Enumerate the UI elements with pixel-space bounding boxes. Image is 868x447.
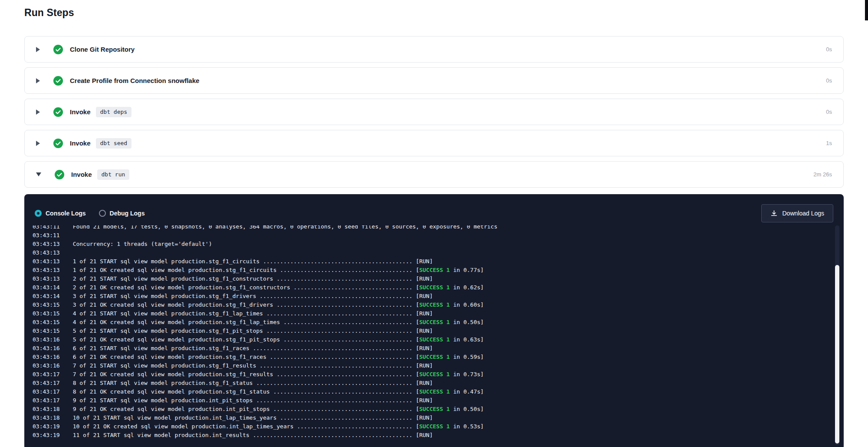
log-line: 03:43:166 of 21 OK created sql view mode… — [33, 353, 844, 361]
step-duration: 1s — [826, 140, 832, 146]
chevron-right-icon[interactable] — [36, 78, 40, 83]
run-steps-list: Clone Git Repository 0s Create Profile f… — [24, 36, 844, 447]
run-step-create-profile[interactable]: Create Profile from Connection snowflake… — [24, 67, 844, 94]
run-step-clone-git-repository[interactable]: Clone Git Repository 0s — [24, 36, 844, 63]
chevron-right-icon[interactable] — [36, 109, 40, 115]
step-duration: 0s — [826, 46, 832, 53]
chevron-right-icon[interactable] — [36, 141, 40, 146]
download-logs-label: Download Logs — [782, 210, 824, 217]
success-check-icon — [53, 139, 63, 148]
console-scrollbar[interactable] — [835, 225, 839, 445]
log-line: 03:43:13 — [33, 248, 844, 257]
log-line: 03:43:11Found 21 models, 17 tests, 0 sna… — [33, 225, 844, 231]
debug-logs-tab[interactable]: Debug Logs — [99, 210, 145, 217]
radio-selected-icon[interactable] — [35, 210, 42, 217]
run-steps-page: Run Steps Clone Git Repository 0s Create… — [0, 7, 868, 447]
log-line: 03:43:153 of 21 OK created sql view mode… — [33, 301, 844, 309]
download-logs-button[interactable]: Download Logs — [761, 204, 833, 222]
log-line: 03:43:1911 of 21 START sql view model pr… — [33, 431, 844, 440]
log-line: 03:43:189 of 21 OK created sql view mode… — [33, 405, 844, 414]
log-line: 03:43:154 of 21 START sql view model pro… — [33, 309, 844, 318]
log-line: 03:43:178 of 21 OK created sql view mode… — [33, 387, 844, 396]
download-icon — [770, 210, 778, 217]
log-line: 03:43:1910 of 21 OK created sql view mod… — [33, 422, 844, 431]
chevron-down-icon[interactable] — [36, 172, 41, 176]
log-line: 03:43:131 of 21 OK created sql view mode… — [33, 266, 844, 275]
log-line: 03:43:179 of 21 START sql view model pro… — [33, 396, 844, 405]
radio-unselected-icon[interactable] — [99, 210, 106, 217]
log-line: 03:43:178 of 21 START sql view model pro… — [33, 379, 844, 387]
success-check-icon — [53, 107, 63, 117]
step-duration: 0s — [826, 77, 832, 84]
console-toolbar: Console Logs Debug Logs Download Logs — [24, 194, 844, 222]
chevron-right-icon[interactable] — [36, 47, 40, 52]
log-line: 03:43:177 of 21 OK created sql view mode… — [33, 370, 844, 379]
log-line: 03:43:143 of 21 START sql view model pro… — [33, 292, 844, 301]
log-line: 03:43:132 of 21 START sql view model pro… — [33, 275, 844, 283]
step-duration: 0s — [826, 109, 832, 115]
window-scrollbar-fragment — [865, 0, 868, 20]
console-scrollbar-thumb[interactable] — [835, 265, 839, 444]
log-line: 03:43:131 of 21 START sql view model pro… — [33, 257, 844, 266]
success-check-icon — [55, 170, 64, 179]
log-line: 03:43:13Concurrency: 1 threads (target='… — [33, 240, 844, 248]
log-line: 03:43:154 of 21 OK created sql view mode… — [33, 318, 844, 327]
log-line: 03:43:142 of 21 OK created sql view mode… — [33, 283, 844, 292]
log-lines: 03:43:11Found 21 models, 17 tests, 0 sna… — [33, 225, 844, 440]
debug-logs-label: Debug Logs — [110, 210, 145, 217]
run-step-dbt-seed[interactable]: Invoke dbt seed 1s — [24, 130, 844, 156]
page-title: Run Steps — [24, 7, 844, 19]
step-label: Invoke — [70, 108, 91, 116]
run-step-dbt-deps[interactable]: Invoke dbt deps 0s — [24, 99, 844, 125]
console-logs-tab[interactable]: Console Logs — [35, 210, 86, 217]
console-logs-label: Console Logs — [46, 210, 86, 217]
run-step-dbt-run[interactable]: Invoke dbt run 2m 26s — [24, 161, 844, 188]
log-line: 03:43:11 — [33, 231, 844, 240]
log-line: 03:43:1810 of 21 START sql view model pr… — [33, 414, 844, 422]
log-line: 03:43:166 of 21 START sql view model pro… — [33, 344, 844, 353]
log-line: 03:43:165 of 21 OK created sql view mode… — [33, 335, 844, 344]
step-duration: 2m 26s — [813, 171, 832, 178]
step-label: Clone Git Repository — [70, 46, 135, 53]
step-label: Invoke — [70, 139, 91, 147]
step-command-badge: dbt seed — [96, 138, 132, 149]
console-log-output[interactable]: 03:43:11Found 21 models, 17 tests, 0 sna… — [24, 225, 844, 446]
step-label: Invoke — [71, 171, 92, 178]
log-line: 03:43:167 of 21 START sql view model pro… — [33, 361, 844, 370]
log-console-panel: Console Logs Debug Logs Download Logs 03… — [24, 194, 844, 447]
step-command-badge: dbt run — [97, 169, 130, 180]
success-check-icon — [53, 76, 63, 86]
log-line: 03:43:155 of 21 START sql view model pro… — [33, 327, 844, 335]
step-command-badge: dbt deps — [96, 107, 132, 117]
step-label: Create Profile from Connection snowflake — [70, 77, 199, 84]
success-check-icon — [53, 45, 63, 54]
